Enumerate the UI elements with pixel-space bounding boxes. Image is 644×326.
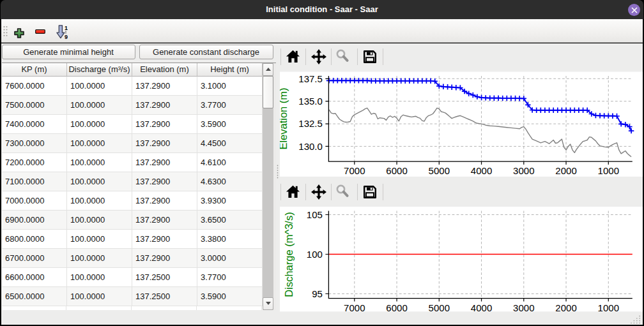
svg-text:4000: 4000 xyxy=(471,302,492,313)
svg-text:132.5: 132.5 xyxy=(298,118,323,129)
svg-text:95: 95 xyxy=(312,288,323,299)
svg-text:2000: 2000 xyxy=(555,302,576,313)
svg-text:Elevation (m): Elevation (m) xyxy=(280,87,289,149)
svg-text:1000: 1000 xyxy=(598,165,619,176)
svg-text:3000: 3000 xyxy=(513,302,534,313)
svg-text:105: 105 xyxy=(307,209,323,220)
svg-text:137.5: 137.5 xyxy=(298,73,323,84)
svg-text:6000: 6000 xyxy=(386,165,407,176)
svg-text:100: 100 xyxy=(307,249,323,260)
svg-text:2000: 2000 xyxy=(555,165,576,176)
svg-text:135.0: 135.0 xyxy=(298,96,323,107)
svg-text:1: 1 xyxy=(65,25,68,31)
svg-text:130.0: 130.0 xyxy=(298,141,323,152)
svg-text:1000: 1000 xyxy=(598,302,619,313)
svg-text:3000: 3000 xyxy=(513,165,534,176)
svg-text:7000: 7000 xyxy=(344,165,365,176)
svg-text:5000: 5000 xyxy=(429,302,450,313)
svg-text:6000: 6000 xyxy=(386,302,407,313)
svg-text:4000: 4000 xyxy=(471,165,492,176)
svg-text:7000: 7000 xyxy=(344,302,365,313)
svg-text:9: 9 xyxy=(65,34,68,40)
svg-text:5000: 5000 xyxy=(429,165,450,176)
svg-text:Discharge (m^3/s): Discharge (m^3/s) xyxy=(283,212,295,297)
